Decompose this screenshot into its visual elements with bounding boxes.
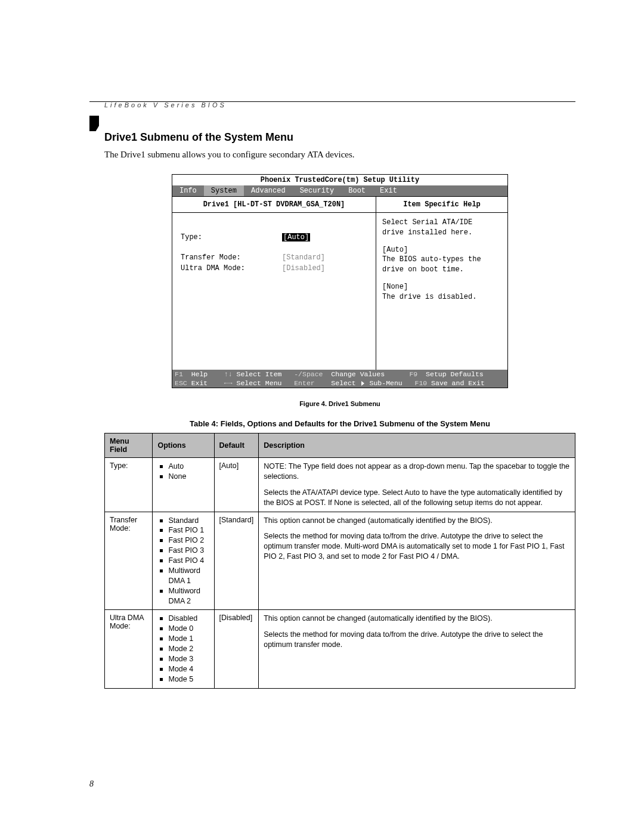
bios-tab-security: Security — [293, 185, 342, 196]
bios-field-label: Type: — [181, 233, 282, 241]
list-item: Fast PIO 1 — [166, 525, 209, 535]
fields-table: Menu FieldOptionsDefaultDescription Type… — [104, 433, 575, 689]
bios-help-line: [None] — [382, 282, 501, 292]
bios-tab-boot: Boot — [341, 185, 373, 196]
bios-help-line: Select Serial ATA/IDE — [382, 218, 501, 228]
bios-field-value: [Standard] — [282, 253, 325, 262]
hotkey-label: Setup Defaults — [426, 370, 484, 378]
list-item: Multiword DMA 2 — [166, 586, 209, 606]
bios-field-label: Transfer Mode: — [181, 253, 282, 262]
description-paragraph: This option cannot be changed (automatic… — [264, 614, 570, 624]
description-paragraph: Selects the method for moving data to/fr… — [264, 630, 570, 650]
cell-default: [Disabled] — [214, 610, 259, 688]
list-item: Disabled — [166, 614, 209, 624]
hotkey-label: Select Item — [237, 370, 282, 378]
bios-help-body: Select Serial ATA/IDEdrive installed her… — [382, 218, 501, 302]
hotkey: ←→ — [224, 379, 233, 387]
table-header: Menu Field — [105, 433, 153, 458]
bios-figure: Phoenix TrustedCore(tm) Setup Utility In… — [172, 174, 508, 388]
list-item: Mode 1 — [166, 634, 209, 644]
bios-footer-row-2: ESC Exit ←→ Select Menu Enter Select Sub… — [172, 379, 507, 388]
table-header: Description — [259, 433, 575, 458]
bios-help-line: The drive is disabled. — [382, 292, 501, 302]
cell-default: [Auto] — [214, 458, 259, 512]
list-item: Mode 2 — [166, 644, 209, 654]
description-paragraph: This option cannot be changed (automatic… — [264, 516, 570, 526]
section-title: Drive1 Submenu of the System Menu — [104, 131, 575, 144]
bios-tab-info: Info — [172, 185, 204, 196]
bios-field-row: Ultra DMA Mode:[Disabled] — [181, 264, 367, 272]
page-tab-decoration — [89, 116, 99, 131]
running-header: LifeBook V Series BIOS — [104, 101, 227, 109]
cell-options: DisabledMode 0Mode 1Mode 2Mode 3Mode 4Mo… — [153, 610, 214, 688]
document-page: LifeBook V Series BIOS Drive1 Submenu of… — [0, 0, 644, 833]
hotkey: F10 — [414, 379, 427, 387]
bios-field-label: Ultra DMA Mode: — [181, 264, 282, 272]
bios-footer: F1 Help ↑↓ Select Item -/Space Change Va… — [172, 370, 507, 388]
bios-tab-advanced: Advanced — [244, 185, 293, 196]
section-lead: The Drive1 submenu allows you to configu… — [104, 150, 575, 160]
list-item: Multiword DMA 1 — [166, 566, 209, 586]
cell-menu-field: Type: — [105, 458, 153, 512]
list-item: Mode 4 — [166, 664, 209, 674]
bios-field-row: Transfer Mode:[Standard] — [181, 253, 367, 262]
hotkey-label: Select Sub-Menu — [331, 379, 402, 387]
hotkey: ESC — [175, 379, 187, 387]
bios-field-value: [Disabled] — [282, 264, 325, 272]
hotkey-label: Exit — [191, 379, 208, 387]
hotkey: F1 — [175, 370, 183, 378]
bios-help-line: The BIOS auto-types the — [382, 255, 501, 265]
bios-tab-bar: InfoSystemAdvancedSecurityBootExit — [172, 185, 507, 196]
bios-body: Drive1 [HL-DT-ST DVDRAM_GSA_T20N] Type:[… — [172, 196, 507, 370]
list-item: Mode 5 — [166, 674, 209, 685]
hotkey: ↑↓ — [224, 370, 233, 378]
bios-fields: Type:[Auto]Transfer Mode:[Standard]Ultra… — [172, 213, 376, 272]
list-item: Auto — [166, 462, 209, 472]
description-paragraph: Selects the ATA/ATAPI device type. Selec… — [264, 488, 570, 508]
cell-menu-field: Ultra DMA Mode: — [105, 610, 153, 688]
list-item: Fast PIO 3 — [166, 546, 209, 556]
bios-help-line: [Auto] — [382, 245, 501, 255]
bios-help-pane: Item Specific Help Select Serial ATA/IDE… — [376, 197, 507, 370]
cell-options: StandardFast PIO 1Fast PIO 2Fast PIO 3Fa… — [153, 512, 214, 610]
table-caption: Table 4: Fields, Options and Defaults fo… — [104, 419, 575, 428]
cell-default: [Standard] — [214, 512, 259, 610]
list-item: Fast PIO 4 — [166, 556, 209, 566]
hotkey: Enter — [294, 379, 315, 387]
triangle-right-icon — [361, 381, 364, 386]
table-row: Ultra DMA Mode:DisabledMode 0Mode 1Mode … — [105, 610, 575, 688]
list-item: Mode 3 — [166, 654, 209, 664]
list-item: Fast PIO 2 — [166, 535, 209, 546]
description-paragraph: NOTE: The Type field does not appear as … — [264, 462, 570, 482]
list-item: Standard — [166, 516, 209, 526]
list-item: Mode 0 — [166, 624, 209, 634]
page-number: 8 — [89, 779, 94, 789]
hotkey: F9 — [409, 370, 417, 378]
bios-left-pane: Drive1 [HL-DT-ST DVDRAM_GSA_T20N] Type:[… — [172, 197, 376, 370]
cell-options: AutoNone — [153, 458, 214, 512]
bios-title: Phoenix TrustedCore(tm) Setup Utility — [172, 175, 507, 185]
bios-tab-system: System — [204, 185, 244, 196]
cell-description: NOTE: The Type field does not appear as … — [259, 458, 575, 512]
bios-field-row: Type:[Auto] — [181, 233, 367, 241]
cell-description: This option cannot be changed (automatic… — [259, 512, 575, 610]
hotkey-label: Help — [191, 370, 208, 378]
bios-help-line: drive on boot time. — [382, 265, 501, 275]
table-header: Default — [214, 433, 259, 458]
description-paragraph: Selects the method for moving data to/fr… — [264, 531, 570, 562]
table-row: Transfer Mode:StandardFast PIO 1Fast PIO… — [105, 512, 575, 610]
bios-field-value: [Auto] — [282, 233, 310, 241]
cell-menu-field: Transfer Mode: — [105, 512, 153, 610]
table-header: Options — [153, 433, 214, 458]
bios-tab-exit: Exit — [373, 185, 404, 196]
bios-help-line: drive installed here. — [382, 228, 501, 238]
bios-submenu-title: Drive1 [HL-DT-ST DVDRAM_GSA_T20N] — [172, 197, 376, 213]
hotkey-label: Change Values — [331, 370, 385, 378]
list-item: None — [166, 472, 209, 482]
bios-footer-row-1: F1 Help ↑↓ Select Item -/Space Change Va… — [172, 370, 507, 379]
figure-caption: Figure 4. Drive1 Submenu — [104, 400, 575, 407]
cell-description: This option cannot be changed (automatic… — [259, 610, 575, 688]
hotkey-label: Save and Exit — [431, 379, 485, 387]
bios-help-line — [382, 238, 501, 245]
hotkey-label: Select Menu — [237, 379, 282, 387]
